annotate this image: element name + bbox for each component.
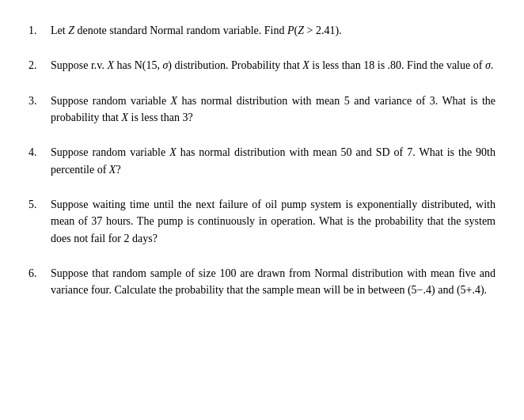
problem-item-6: 6.Suppose that random sample of size 100… <box>28 265 496 299</box>
problem-item-5: 5.Suppose waiting time until the next fa… <box>28 196 496 248</box>
problem-number-2: 2. <box>28 57 51 74</box>
problem-item-4: 4.Suppose random variable X has normal d… <box>28 144 496 178</box>
problem-number-6: 6. <box>28 265 51 282</box>
problem-text-3: Suppose random variable X has normal dis… <box>51 93 496 127</box>
problem-text-1: Let Z denote standard Normal random vari… <box>51 22 496 40</box>
problem-text-5: Suppose waiting time until the next fail… <box>51 196 496 248</box>
problem-text-2: Suppose r.v. X has N(15, σ) distribution… <box>51 57 496 74</box>
problem-number-3: 3. <box>28 93 51 110</box>
problem-number-4: 4. <box>28 144 51 161</box>
problem-list: 1.Let Z denote standard Normal random va… <box>28 22 496 299</box>
problem-text-6: Suppose that random sample of size 100 a… <box>51 265 496 299</box>
problem-number-1: 1. <box>28 22 51 40</box>
problem-item-2: 2.Suppose r.v. X has N(15, σ) distributi… <box>28 57 496 74</box>
problem-text-4: Suppose random variable X has normal dis… <box>51 144 496 178</box>
problem-item-3: 3.Suppose random variable X has normal d… <box>28 93 496 127</box>
problem-number-5: 5. <box>28 196 51 214</box>
problem-item-1: 1.Let Z denote standard Normal random va… <box>28 22 496 40</box>
